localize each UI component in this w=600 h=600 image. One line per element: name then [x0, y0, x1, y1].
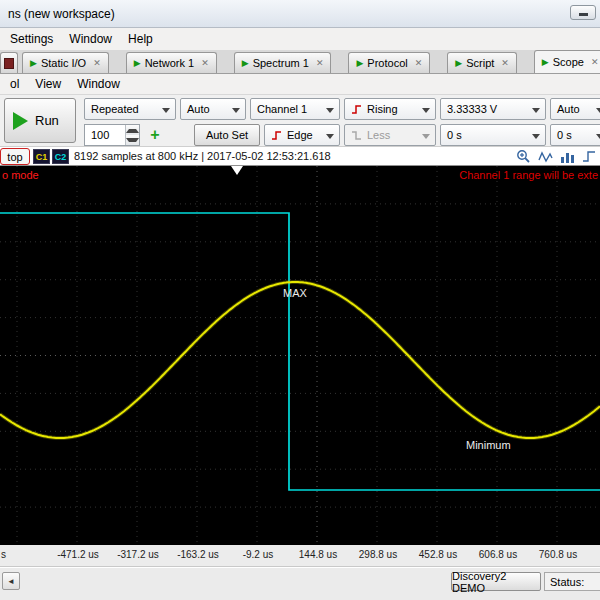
run-play-icon: [13, 112, 28, 130]
chevron-down-icon: [422, 108, 430, 117]
plot-tool-icons: [516, 149, 597, 164]
main-menu-bar: Settings Window Help: [0, 28, 600, 50]
play-icon: ▶: [134, 58, 141, 68]
play-icon: ▶: [455, 58, 462, 68]
time-axis: s -471.2 us -317.2 us -163.2 us -9.2 us …: [0, 545, 600, 567]
scroll-left-button[interactable]: ◄: [2, 572, 20, 590]
minimum-label: Minimum: [466, 439, 511, 451]
tab-label: Static I/O: [41, 57, 86, 69]
add-button[interactable]: +: [146, 125, 164, 145]
range-warning-text: Channel 1 range will be exte: [459, 169, 598, 181]
tab-label: Network 1: [145, 57, 195, 69]
status-label: Status:: [550, 576, 584, 588]
play-icon: ▶: [356, 58, 363, 68]
chevron-down-icon: [532, 134, 540, 143]
chevron-down-icon: [126, 138, 139, 145]
type-value: Edge: [287, 129, 313, 141]
play-icon: ▶: [242, 58, 249, 68]
mode-value: Repeated: [91, 103, 139, 115]
menu-item-window[interactable]: Window: [61, 30, 120, 48]
trigger-type-select[interactable]: Edge: [264, 124, 340, 146]
chevron-down-icon: [232, 108, 240, 117]
buffer-select[interactable]: Auto: [180, 98, 246, 120]
channel1-badge[interactable]: C1: [33, 149, 50, 164]
trigger-less-select[interactable]: Less: [344, 124, 436, 146]
position-value: 0 s: [557, 129, 572, 141]
menu-item-control-partial[interactable]: ol: [2, 75, 27, 93]
mode-select[interactable]: Repeated: [84, 98, 176, 120]
menu-item-settings[interactable]: Settings: [2, 30, 61, 48]
holdoff-select[interactable]: 0 s: [440, 124, 546, 146]
trigger-level-select[interactable]: 3.33333 V: [440, 98, 546, 120]
window-title: ns (new workspace): [8, 7, 115, 21]
chevron-down-icon: [326, 108, 334, 117]
chevron-down-icon: [162, 108, 170, 117]
tab-script[interactable]: ▶ Script ✕: [447, 52, 517, 73]
minimize-icon: [579, 13, 588, 16]
tab-spectrum[interactable]: ▶ Spectrum 1 ✕: [234, 52, 332, 73]
source-value: Channel 1: [257, 103, 307, 115]
device-button[interactable]: Discovery2 DEMO: [451, 572, 541, 591]
chevron-down-icon: [422, 134, 430, 143]
count-value: 100: [91, 129, 109, 141]
count-spinner[interactable]: 100: [84, 124, 140, 146]
acquisition-status-row: top C1 C2 8192 samples at 800 kHz | 2017…: [0, 147, 600, 166]
play-icon: ▶: [30, 58, 37, 68]
tab-protocol[interactable]: ▶ Protocol ✕: [348, 52, 430, 73]
instrument-icon: [4, 58, 14, 69]
zoom-icon[interactable]: [516, 149, 531, 164]
autoset-label: Auto Set: [206, 129, 248, 141]
close-icon[interactable]: ✕: [501, 58, 509, 68]
stop-button[interactable]: top: [0, 148, 30, 165]
axis-tick: 760.8 us: [523, 549, 593, 560]
tab-label: Scope: [553, 56, 584, 68]
tab-label: Script: [466, 57, 494, 69]
waveform-view-icon[interactable]: [538, 149, 553, 164]
close-icon[interactable]: ✕: [415, 58, 423, 68]
trigger-condition-select[interactable]: Rising: [344, 98, 436, 120]
spin-up-button[interactable]: [126, 125, 139, 135]
level-value: 3.33333 V: [447, 103, 497, 115]
chevron-down-icon: [326, 134, 334, 143]
axis-tick-partial: s: [0, 549, 12, 560]
acquisition-info: 8192 samples at 800 kHz | 2017-05-02 12:…: [74, 150, 331, 162]
scope-toolbar: Run Repeated Auto Channel 1 Rising 3.333…: [0, 95, 600, 147]
less-icon: [351, 130, 363, 141]
histogram-icon[interactable]: [560, 149, 575, 164]
demo-mode-text: o mode: [2, 169, 39, 181]
tab-network[interactable]: ▶ Network 1 ✕: [126, 52, 217, 73]
tab-scope[interactable]: ▶ Scope ✕: [534, 50, 600, 73]
scope-canvas[interactable]: [0, 166, 600, 545]
autoset-button[interactable]: Auto Set: [194, 124, 260, 146]
close-icon[interactable]: ✕: [316, 58, 324, 68]
trigger-position-marker[interactable]: [231, 166, 243, 175]
chevron-up-icon: [126, 126, 139, 133]
spin-down-button[interactable]: [126, 135, 139, 145]
menu-item-window-2[interactable]: Window: [69, 75, 128, 93]
trigger-source-select[interactable]: Channel 1: [250, 98, 340, 120]
play-icon: ▶: [542, 57, 549, 67]
close-icon[interactable]: ✕: [201, 58, 209, 68]
chevron-down-icon: [532, 108, 540, 117]
tab-static-io[interactable]: ▶ Static I/O ✕: [22, 52, 109, 73]
menu-item-help[interactable]: Help: [120, 30, 161, 48]
max-label: MAX: [283, 287, 307, 299]
tab-label: Protocol: [367, 57, 407, 69]
run-button[interactable]: Run: [4, 98, 76, 143]
tab-label: Spectrum 1: [253, 57, 309, 69]
position-select[interactable]: 0 s: [550, 124, 600, 146]
bottom-status-bar: ◄ Discovery2 DEMO Status:: [0, 567, 600, 600]
scope-plot[interactable]: o mode Channel 1 range will be exte MAX …: [0, 166, 600, 545]
channel2-badge[interactable]: C2: [52, 149, 69, 164]
menu-item-view[interactable]: View: [27, 75, 69, 93]
holdoff-value: 0 s: [447, 129, 462, 141]
minimize-button[interactable]: [570, 5, 596, 20]
close-icon[interactable]: ✕: [93, 58, 101, 68]
window-titlebar: ns (new workspace): [0, 0, 600, 28]
measure-icon[interactable]: [582, 149, 597, 164]
run-label: Run: [35, 113, 59, 128]
close-icon[interactable]: ✕: [591, 57, 599, 67]
tab-instrument-partial[interactable]: [0, 52, 18, 73]
rising-edge-icon: [351, 104, 363, 115]
trigger-auto-select[interactable]: Auto: [550, 98, 600, 120]
